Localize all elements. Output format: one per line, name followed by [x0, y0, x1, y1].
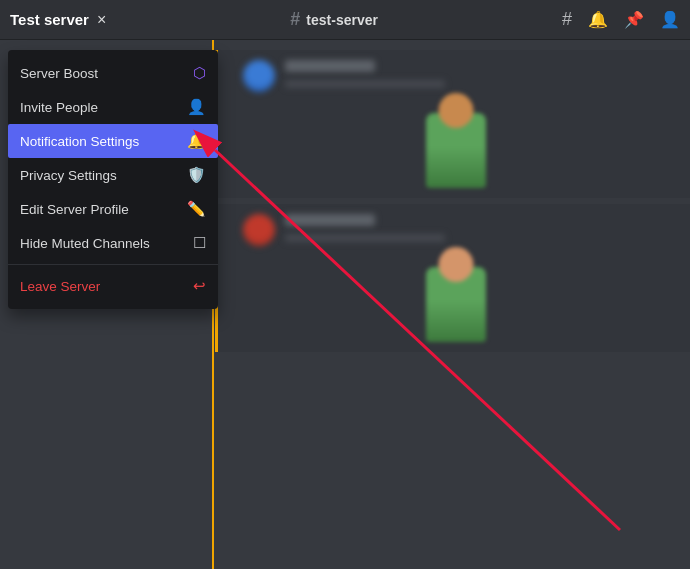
menu-item-label-leave-server: Leave Server: [20, 279, 193, 294]
char-head-2: [438, 247, 473, 282]
avatar-2: [243, 214, 275, 246]
msg-info-2: [285, 214, 445, 242]
avatar-1: [243, 60, 275, 92]
message-block-1: [215, 50, 690, 198]
menu-item-icon-edit-server-profile: ✏️: [187, 200, 206, 218]
message-block-2: [215, 204, 690, 352]
close-button[interactable]: ×: [97, 12, 106, 28]
char-body-2: [426, 267, 486, 342]
char-head-1: [438, 93, 473, 128]
hashtag-icon[interactable]: #: [562, 9, 572, 30]
msg-name-1: [285, 60, 375, 72]
channel-hash-icon: #: [290, 9, 300, 30]
figure-1: [237, 98, 674, 188]
msg-name-2: [285, 214, 375, 226]
menu-item-leave-server[interactable]: Leave Server↩: [8, 269, 218, 303]
menu-item-server-boost[interactable]: Server Boost⬡: [8, 56, 218, 90]
bell-icon[interactable]: 🔔: [588, 10, 608, 29]
members-icon[interactable]: 👤: [660, 10, 680, 29]
menu-item-label-edit-server-profile: Edit Server Profile: [20, 202, 187, 217]
figure-2: [237, 252, 674, 342]
context-menu: Server Boost⬡Invite People👤Notification …: [8, 50, 218, 309]
menu-item-label-notification-settings: Notification Settings: [20, 134, 187, 149]
menu-item-icon-notification-settings: 🔔: [187, 132, 206, 150]
menu-item-invite-people[interactable]: Invite People👤: [8, 90, 218, 124]
menu-item-label-hide-muted-channels: Hide Muted Channels: [20, 236, 193, 251]
char-body-1: [426, 113, 486, 188]
menu-item-label-server-boost: Server Boost: [20, 66, 193, 81]
menu-item-edit-server-profile[interactable]: Edit Server Profile✏️: [8, 192, 218, 226]
pin-icon[interactable]: 📌: [624, 10, 644, 29]
main-content: Server Boost⬡Invite People👤Notification …: [0, 40, 690, 569]
menu-item-hide-muted-channels[interactable]: Hide Muted Channels☐: [8, 226, 218, 260]
msg-text-2: [285, 234, 445, 242]
menu-item-label-privacy-settings: Privacy Settings: [20, 168, 187, 183]
menu-divider: [8, 264, 218, 265]
menu-item-label-invite-people: Invite People: [20, 100, 187, 115]
menu-item-icon-server-boost: ⬡: [193, 64, 206, 82]
menu-item-notification-settings[interactable]: Notification Settings🔔: [8, 124, 218, 158]
title-bar: Test server × # test-server # 🔔 📌 👤: [0, 0, 690, 40]
menu-item-icon-invite-people: 👤: [187, 98, 206, 116]
msg-info-1: [285, 60, 445, 88]
menu-item-icon-privacy-settings: 🛡️: [187, 166, 206, 184]
menu-item-privacy-settings[interactable]: Privacy Settings🛡️: [8, 158, 218, 192]
channel-name: test-server: [306, 12, 378, 28]
menu-item-icon-hide-muted-channels: ☐: [193, 234, 206, 252]
menu-item-icon-leave-server: ↩: [193, 277, 206, 295]
header-icons: # 🔔 📌 👤: [562, 9, 680, 30]
msg-text-1: [285, 80, 445, 88]
channel-header: # test-server: [290, 9, 378, 30]
title-bar-left: Test server ×: [10, 11, 106, 28]
server-title: Test server: [10, 11, 89, 28]
